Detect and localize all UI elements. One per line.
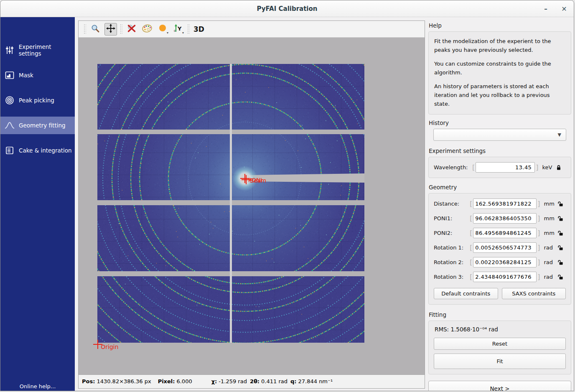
wavelength-unit: keV [542,164,555,171]
chi-value: -1.259 rad [219,378,247,384]
default-constraints-button[interactable]: Default contraints [434,288,498,299]
chevron-down-icon: ▾ [167,31,168,35]
colormap-button[interactable] [141,23,153,36]
poni1-input[interactable] [473,213,537,224]
bracket-right: ] [537,229,540,237]
red-cross-icon [127,23,137,35]
lock-closed-icon[interactable] [556,165,562,171]
bracket-left: [ [470,229,472,237]
sidebar-item-peak-picking[interactable]: Peak picking [0,92,75,109]
q-value: 27.844 nm⁻¹ [298,378,333,384]
rotation1-input[interactable] [473,242,537,253]
lock-open-icon[interactable] [557,274,563,280]
sidebar-item-label: Cake & integration [19,147,72,154]
lock-open-icon[interactable] [557,230,563,236]
bracket-right: ] [537,244,540,252]
distance-input[interactable] [473,199,537,209]
rotation2-row: Rotation 2: [ ] rad [434,257,566,267]
pixel-value: 6.000 [176,378,192,384]
minimize-button[interactable]: – [539,0,552,17]
lock-open-icon[interactable] [557,260,563,265]
fit-button[interactable]: Fit [434,354,566,369]
field-unit: mm [544,201,557,207]
field-label: Distance: [434,201,469,207]
next-button[interactable]: Next > [428,381,571,391]
fitting-box: RMS: 1.5068·10⁻⁰⁴ rad Reset Fit [428,321,571,374]
pos-label: Pos: [82,378,95,384]
geometry-section-title: Geometry [429,184,571,191]
rotation3-input[interactable] [473,272,537,282]
chevron-down-icon: ▾ [182,31,184,35]
field-label: PONI2: [434,230,469,236]
app-window: PyFAI Calibration – ✕ Experiment setting… [0,0,574,391]
wavelength-row: Wavelength: [ ] keV [434,162,566,173]
pan-tool-button[interactable] [104,23,117,36]
gaussian-peak-icon [4,121,15,130]
sidebar-item-label: Peak picking [19,97,54,104]
poni-marker-label: PONI [248,177,262,183]
field-label: Rotation 1: [434,244,469,251]
rotation2-input[interactable] [473,257,537,267]
sidebar: Experiment settings Mask Peak picking Ge… [0,17,75,391]
bracket-right: ] [537,258,540,266]
rms-value: 1.5068·10⁻⁰⁴ rad [450,326,498,333]
bracket-left: [ [470,258,472,266]
lock-open-icon[interactable] [557,245,563,251]
field-label: Rotation 2: [434,259,469,265]
sidebar-item-geometry-fitting[interactable]: Geometry fitting [0,117,75,134]
help-box: Fit the modelization of the experient to… [428,31,571,115]
remove-marker-button[interactable] [125,23,138,36]
experiment-settings-box: Wavelength: [ ] keV [428,157,571,178]
lock-open-icon[interactable] [557,201,563,207]
help-section-title: Help [429,22,571,29]
title-bar: PyFAI Calibration – ✕ [0,0,574,17]
sidebar-item-experiment-settings[interactable]: Experiment settings [0,41,75,59]
bracket-left: [ [470,214,472,222]
zoom-tool-button[interactable] [89,23,102,36]
pixel-label: Pixel: [158,378,175,384]
mask-image-icon [4,71,15,80]
3d-view-button[interactable]: 3D [193,23,205,36]
color-dot-button[interactable]: ▾ [156,23,169,36]
close-button[interactable]: ✕ [558,0,570,17]
detector-image-view[interactable]: Beam PONI Origin [79,37,425,375]
field-unit: rad [544,274,557,280]
help-paragraph: Fit the modelization of the experient to… [434,37,565,54]
bracket-left: [ [470,244,472,252]
move-arrows-icon [106,23,116,35]
help-paragraph: An history of parameters is stored at ea… [434,82,565,108]
geometry-box: Distance: [ ] mm PONI1: [ ] mm PONI2: [428,193,571,305]
fitting-section-title: Fitting [429,311,571,318]
rotation1-row: Rotation 1: [ ] rad [434,242,566,253]
history-dropdown[interactable]: ▼ [433,129,566,141]
online-help-link[interactable]: Online help... [0,383,75,389]
toolbar-handle [84,24,86,35]
sidebar-item-mask[interactable]: Mask [0,66,75,84]
rotation3-row: Rotation 3: [ ] rad [434,272,566,282]
field-unit: rad [544,259,557,265]
poni2-input[interactable] [473,228,537,238]
status-bar: Pos: 1430.82×386.36 px Pixel: 6.000 χ: -… [79,375,425,387]
diffraction-image[interactable] [79,38,425,375]
settings-panel: Help Fit the modelization of the experie… [428,19,571,391]
wavelength-label: Wavelength: [434,164,471,171]
plot-toolbar: ▾ 0Y ▾ 3D [79,21,425,37]
bracket-left: [ [470,273,472,281]
palette-icon [142,24,153,35]
sidebar-item-label: Geometry fitting [19,122,66,129]
sidebar-item-cake-integration[interactable]: Cake & integration [0,142,75,159]
y-axis-button[interactable]: 0Y ▾ [172,23,184,36]
wavelength-input[interactable] [476,162,535,173]
bracket-right: ] [537,214,540,222]
reset-button[interactable]: Reset [434,338,566,350]
lock-open-icon[interactable] [557,216,563,221]
chevron-down-icon: ▼ [558,132,561,137]
field-unit: rad [544,244,557,251]
concentric-rings-icon [4,96,15,105]
two-theta-label: 2θ: [250,378,260,384]
field-unit: mm [544,230,557,236]
magnifier-icon [91,24,100,35]
saxs-constraints-button[interactable]: SAXS contraints [502,288,566,299]
two-theta-value: 0.411 rad [261,378,288,384]
bracket-left: [ [470,200,472,208]
